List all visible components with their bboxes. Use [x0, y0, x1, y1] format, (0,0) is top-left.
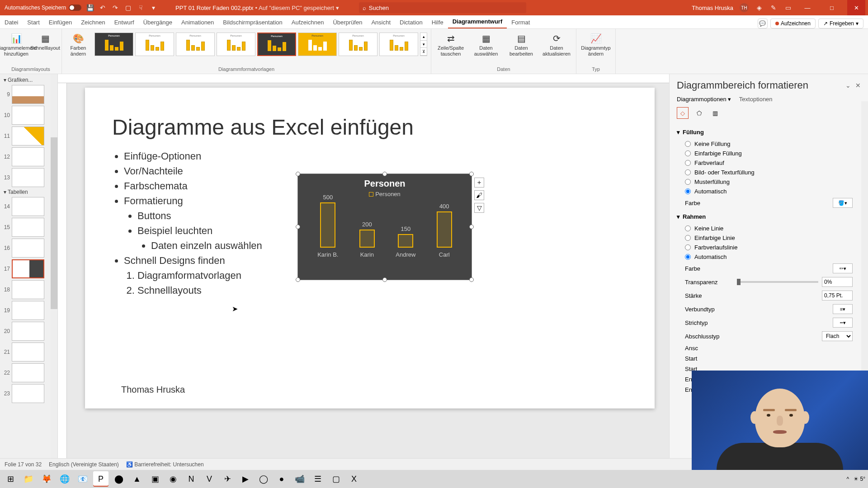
- tab-entwurf[interactable]: Entwurf: [110, 16, 139, 28]
- thumb-22[interactable]: 22: [1, 362, 57, 383]
- change-chart-type-button[interactable]: 📈Diagrammtyp ändern: [580, 33, 612, 57]
- effects-tab-icon[interactable]: ⬠: [693, 107, 705, 119]
- section-tabellen[interactable]: ▾Tabellen: [1, 188, 57, 196]
- line-section-header[interactable]: ▾Rahmen: [677, 210, 861, 224]
- edit-data-button[interactable]: ▤Daten bearbeiten: [505, 33, 537, 57]
- line-auto-radio[interactable]: Automatisch: [677, 252, 861, 262]
- explorer-icon[interactable]: 📁: [21, 471, 36, 487]
- refresh-data-button[interactable]: ⟳Daten aktualisieren: [541, 33, 572, 57]
- app5-icon[interactable]: ●: [274, 471, 289, 487]
- app7-icon[interactable]: ▢: [328, 471, 344, 487]
- thumb-16[interactable]: 16: [1, 238, 57, 258]
- tab-format[interactable]: Format: [507, 16, 534, 28]
- vlc-icon[interactable]: ▲: [129, 471, 145, 487]
- thumb-19[interactable]: 19: [1, 300, 57, 321]
- chrome-icon[interactable]: 🌐: [57, 471, 72, 487]
- tab-ansicht[interactable]: Ansicht: [367, 16, 395, 28]
- quick-layout-button[interactable]: ▦ Schnelllayout: [33, 33, 58, 51]
- thumb-21[interactable]: 21: [1, 342, 57, 362]
- title-dropdown-icon[interactable]: ▾: [336, 5, 339, 11]
- redo-icon[interactable]: ↷: [111, 4, 119, 12]
- fill-solid-radio[interactable]: Einfarbige Füllung: [677, 149, 861, 158]
- thumb-11[interactable]: 11: [1, 126, 57, 146]
- app3-icon[interactable]: ◉: [165, 471, 181, 487]
- telegram-icon[interactable]: ✈: [220, 471, 235, 487]
- tab-hilfe[interactable]: Hilfe: [427, 16, 448, 28]
- select-data-button[interactable]: ▦Daten auswählen: [470, 33, 502, 57]
- chart-brush-button[interactable]: 🖌: [474, 190, 484, 200]
- app2-icon[interactable]: ▣: [147, 471, 163, 487]
- chart-bar-0[interactable]: 500Karin B.: [317, 194, 338, 258]
- chart-style-3[interactable]: Personen: [176, 33, 215, 56]
- tab-animationen[interactable]: Animationen: [177, 16, 218, 28]
- thumb-15[interactable]: 15: [1, 217, 57, 238]
- slide-counter[interactable]: Folie 17 von 32: [5, 461, 42, 468]
- weather-widget[interactable]: ☀ 5°: [854, 476, 865, 482]
- fill-gradient-radio[interactable]: Farbverlauf: [677, 158, 861, 168]
- comments-button[interactable]: 💬: [758, 19, 768, 28]
- powerpoint-icon[interactable]: P: [93, 471, 108, 487]
- line-color-picker[interactable]: ✏▾: [833, 263, 853, 273]
- tab-einfuegen[interactable]: Einfügen: [44, 16, 76, 28]
- excel-icon[interactable]: X: [346, 471, 362, 487]
- pane-tab-chart[interactable]: Diagrammoptionen ▾: [677, 96, 731, 103]
- zoom-icon[interactable]: 📹: [292, 471, 307, 487]
- compound-type-picker[interactable]: ≡▾: [833, 304, 853, 314]
- thumb-23[interactable]: 23: [1, 383, 57, 404]
- obs-icon[interactable]: ◯: [256, 471, 271, 487]
- tab-diagrammentwurf[interactable]: Diagrammentwurf: [448, 15, 507, 28]
- language-indicator[interactable]: Englisch (Vereinigte Staaten): [49, 461, 119, 468]
- autosave-toggle[interactable]: Automatisches Speichern: [5, 5, 81, 11]
- tab-ueberpruefen[interactable]: Überprüfen: [328, 16, 367, 28]
- line-gradient-radio[interactable]: Farbverlaufslinie: [677, 243, 861, 252]
- tab-start[interactable]: Start: [23, 16, 44, 28]
- thumb-12[interactable]: 12: [1, 146, 57, 167]
- fill-line-tab-icon[interactable]: ◇: [677, 107, 689, 119]
- chart-bar-3[interactable]: 400Carl: [437, 203, 452, 258]
- fill-none-radio[interactable]: Keine Füllung: [677, 139, 861, 149]
- avatar[interactable]: TH: [740, 3, 749, 12]
- line-solid-radio[interactable]: Einfarbige Linie: [677, 233, 861, 243]
- maximize-button[interactable]: □: [823, 0, 841, 15]
- chart-style-1[interactable]: Personen: [94, 33, 133, 56]
- tab-dictation[interactable]: Dictation: [395, 16, 427, 28]
- tab-uebergaenge[interactable]: Übergänge: [139, 16, 177, 28]
- tab-zeichnen[interactable]: Zeichnen: [76, 16, 109, 28]
- thumb-17[interactable]: 17: [1, 258, 57, 279]
- record-button[interactable]: Aufzeichnen: [770, 19, 816, 28]
- onenote-icon[interactable]: N: [184, 471, 199, 487]
- fill-color-picker[interactable]: 🪣▾: [833, 198, 853, 208]
- thumb-10[interactable]: 10: [1, 105, 57, 126]
- fill-picture-radio[interactable]: Bild- oder Texturfüllung: [677, 168, 861, 177]
- section-grafiken[interactable]: ▾Grafiken...: [1, 76, 57, 84]
- chart-style-6[interactable]: Personen: [298, 33, 337, 56]
- app6-icon[interactable]: ☰: [310, 471, 326, 487]
- tab-datei[interactable]: Datei: [0, 16, 23, 28]
- minimize-button[interactable]: —: [798, 0, 816, 15]
- chart-style-gallery[interactable]: Personen Personen Personen Personen Pers…: [94, 33, 427, 56]
- username[interactable]: Thomas Hruska: [692, 5, 733, 11]
- line-none-radio[interactable]: Keine Linie: [677, 224, 861, 233]
- swap-row-col-button[interactable]: ⇄Zeile/Spalte tauschen: [435, 33, 467, 57]
- start-button[interactable]: ⊞: [3, 471, 18, 487]
- pane-close-icon[interactable]: ✕: [855, 82, 861, 89]
- gallery-spinner[interactable]: ▴▾⊻: [420, 33, 427, 56]
- chart-style-8[interactable]: Personen: [379, 33, 418, 56]
- chart-style-4[interactable]: Personen: [217, 33, 255, 56]
- accessibility-check[interactable]: ♿ Barrierefreiheit: Untersuchen: [126, 461, 204, 468]
- transparency-input[interactable]: [822, 277, 853, 287]
- share-button[interactable]: ↗Freigeben▾: [818, 19, 863, 28]
- pane-tab-text[interactable]: Textoptionen: [739, 96, 773, 103]
- thumb-20[interactable]: 20: [1, 321, 57, 342]
- thumb-9[interactable]: 9: [1, 84, 57, 105]
- app1-icon[interactable]: ⬤: [111, 471, 127, 487]
- cap-type-select[interactable]: Flach: [822, 331, 853, 341]
- qat-more-icon[interactable]: ▾: [149, 4, 157, 12]
- add-chart-element-button[interactable]: 📊 Diagrammelement hinzufügen: [4, 33, 29, 57]
- slide-editor[interactable]: Diagramme aus Excel einfügen Einfüge-Opt…: [58, 74, 669, 458]
- diamond-icon[interactable]: ◈: [755, 4, 763, 12]
- change-colors-button[interactable]: 🎨 Farben ändern: [66, 33, 91, 57]
- slideshow-icon[interactable]: ▢: [124, 4, 132, 12]
- outlook-icon[interactable]: 📧: [75, 471, 90, 487]
- transparency-slider[interactable]: [737, 281, 818, 283]
